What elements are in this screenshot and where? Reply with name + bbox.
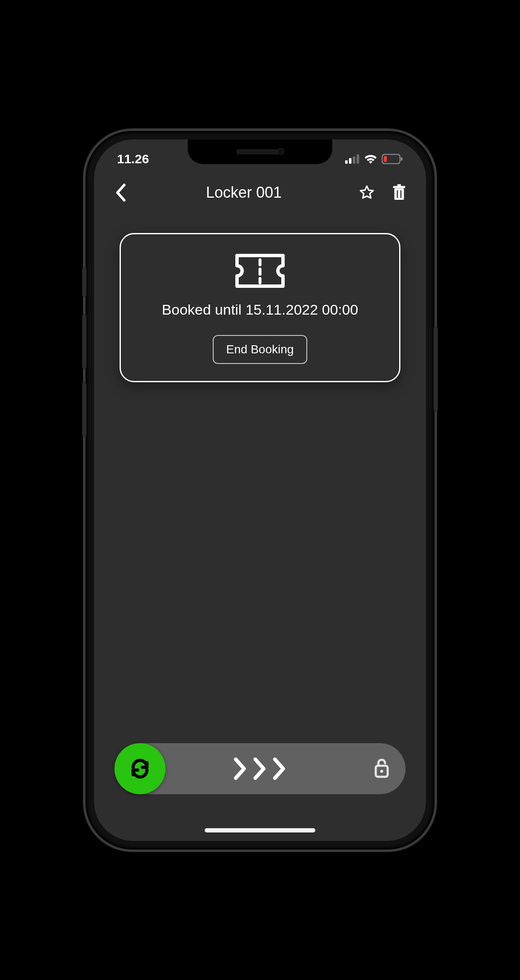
status-time: 11.26: [117, 152, 149, 166]
end-booking-button[interactable]: End Booking: [213, 335, 308, 364]
svg-rect-9: [397, 184, 401, 186]
chevron-right-icon: [231, 757, 249, 780]
cellular-signal-icon: [345, 154, 360, 164]
svg-rect-11: [400, 190, 402, 198]
slider-chevrons: [231, 757, 289, 780]
svg-rect-1: [349, 158, 351, 164]
favorite-button[interactable]: [355, 181, 378, 204]
phone-notch: [188, 139, 332, 164]
unlock-slider-area: [94, 743, 426, 841]
phone-volume-down: [82, 382, 86, 437]
status-indicators: [345, 154, 403, 164]
svg-rect-7: [394, 188, 404, 200]
unlock-slider-knob[interactable]: [114, 743, 166, 794]
svg-rect-8: [393, 186, 405, 188]
svg-rect-0: [345, 160, 348, 164]
unlock-slider-track[interactable]: [114, 743, 406, 794]
phone-volume-up: [82, 314, 86, 369]
phone-screen: 11.26: [94, 139, 426, 841]
battery-low-icon: [382, 154, 403, 164]
delete-button[interactable]: [388, 181, 411, 204]
svg-rect-2: [353, 156, 355, 164]
app-header: Locker 001: [94, 173, 426, 212]
star-outline-icon: [358, 184, 375, 201]
phone-speaker: [237, 149, 283, 154]
page-title: Locker 001: [132, 184, 355, 202]
svg-rect-5: [401, 157, 403, 161]
phone-mute-switch: [82, 267, 86, 297]
home-indicator[interactable]: [205, 828, 315, 832]
sync-icon: [129, 757, 151, 780]
svg-rect-10: [397, 190, 398, 198]
svg-point-16: [380, 770, 383, 773]
booking-status-text: Booked until 15.11.2022 00:00: [162, 301, 358, 318]
svg-rect-3: [357, 154, 359, 164]
chevron-right-icon: [271, 757, 289, 780]
unlock-icon: [373, 757, 390, 780]
back-button[interactable]: [109, 181, 132, 204]
svg-rect-6: [384, 156, 387, 162]
main-content: Booked until 15.11.2022 00:00 End Bookin…: [94, 212, 426, 743]
booking-card: Booked until 15.11.2022 00:00 End Bookin…: [120, 233, 400, 382]
phone-device-frame: 11.26: [86, 131, 434, 849]
phone-power-button: [434, 327, 438, 412]
chevron-right-icon: [251, 757, 269, 780]
chevron-left-icon: [115, 183, 127, 202]
wifi-icon: [364, 154, 377, 164]
trash-icon: [392, 184, 406, 201]
ticket-icon: [234, 253, 286, 290]
phone-front-camera: [277, 148, 284, 155]
